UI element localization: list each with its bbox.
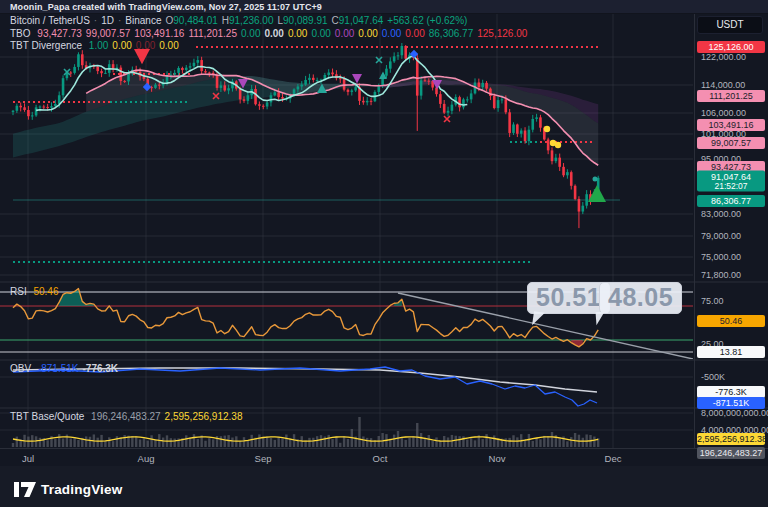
indicator-value: 196,246,483.27	[91, 411, 161, 422]
price-tag-blue: -871.51K	[697, 397, 765, 409]
indicator-value: 0.00	[264, 28, 283, 39]
price-tag-pink: 103,491.16	[697, 119, 765, 131]
ohlc-key: H	[222, 15, 229, 26]
time-axis-label: Oct	[373, 453, 388, 464]
rsi-legend[interactable]: RSI 50.46	[10, 286, 62, 297]
indicator-value: 0.00	[382, 28, 401, 39]
price-scale-label: 114,000.00	[701, 80, 745, 90]
obv-label: OBV	[10, 363, 31, 374]
indicator-value: 0.00	[112, 40, 131, 51]
time-axis-label: Aug	[138, 453, 155, 464]
indicator-value: 0.00	[136, 40, 155, 51]
price-tag-red: 125,126.00	[697, 41, 765, 53]
indicator-value: 0.00	[335, 28, 354, 39]
indicator-value: 125,126.00	[477, 28, 527, 39]
time-axis-label: Dec	[605, 453, 622, 464]
tradingview-logo-icon	[14, 482, 36, 497]
indicator-value: 93,427.73	[37, 28, 82, 39]
tbt-divergence-label: TBT Divergence	[10, 40, 82, 51]
separator: ·	[94, 15, 97, 26]
indicator-value: 111,201.25	[188, 28, 237, 39]
countdown-timer: 21:52:07	[697, 181, 765, 191]
obv-legend[interactable]: OBV -871.51K-776.3K	[10, 363, 122, 374]
price-scale-label: 83,000.00	[701, 209, 741, 219]
indicator-value: 86,306.77	[429, 28, 474, 39]
tbt-divergence-legend[interactable]: TBT Divergence 1.000.000.000.00	[10, 40, 183, 51]
tbo-indicator-legend[interactable]: TBO 93,427.7399,007.57103,491.16111,201.…	[10, 28, 531, 39]
change-value: +563.62 (+0.62%)	[387, 15, 467, 26]
volume-label: TBT Base/Quote	[10, 411, 84, 422]
price-tag-green: 91,047.6421:52:07	[697, 171, 765, 192]
price-scale-label: 79,000.00	[701, 231, 741, 241]
tradingview-logo[interactable]: TradingView	[14, 482, 122, 497]
callout-tail	[596, 312, 606, 326]
separator: ·	[118, 15, 121, 26]
ohlc-value: 90,484.01	[173, 15, 218, 26]
callout-tail	[532, 311, 545, 326]
trendline-value-callout[interactable]: 50.51	[527, 282, 610, 314]
indicator-value: -871.51K	[38, 363, 79, 374]
indicator-value: 2,595,256,912.38	[165, 411, 243, 422]
price-scale-label: 8,000,000,000.00	[701, 408, 768, 418]
chart-canvas[interactable]	[0, 0, 768, 507]
price-tag-white: 13.81	[697, 346, 765, 358]
ohlc-value: 91,047.64	[339, 15, 384, 26]
time-axis[interactable]: JulAugSepOctNovDec	[0, 448, 768, 467]
indicator-value: 0.00	[358, 28, 377, 39]
price-tag-yellow: 2,595,256,912.38	[697, 433, 765, 445]
price-tag-gray: 196,246,483.27	[697, 447, 765, 459]
symbol-title: Bitcoin / TetherUS	[10, 15, 90, 26]
interval: 1D	[101, 15, 114, 26]
indicator-value: 0.00	[288, 28, 307, 39]
ohlc-value: 91,236.00	[229, 15, 274, 26]
ohlc-key: C	[332, 15, 339, 26]
indicator-value: 50.46	[33, 286, 58, 297]
price-scale-label: 122,000.00	[701, 52, 746, 62]
indicator-value: 0.00	[241, 28, 260, 39]
tradingview-chart-window: Moonin_Papa created with TradingView.com…	[0, 0, 768, 507]
indicator-value: 1.00	[89, 40, 108, 51]
rsi-label: RSI	[10, 286, 27, 297]
price-tag-pink: 111,201.25	[697, 90, 765, 102]
volume-legend[interactable]: TBT Base/Quote 196,246,483.272,595,256,9…	[10, 411, 246, 422]
tradingview-logo-text: TradingView	[41, 482, 122, 497]
tbo-levels	[13, 47, 620, 262]
indicator-value: 103,491.16	[134, 28, 184, 39]
time-axis-label: Nov	[489, 453, 506, 464]
price-tag-green: 86,306.77	[697, 195, 765, 207]
indicator-value: 0.00	[159, 40, 178, 51]
currency-toggle-button[interactable]: USDT	[697, 16, 763, 34]
price-scale-label: -500K	[701, 372, 725, 382]
tbo-label: TBO	[10, 28, 31, 39]
price-scale-label: 75.00	[701, 296, 724, 306]
price-scale-label: 71,800.00	[701, 270, 741, 280]
indicator-value: 0.00	[405, 28, 424, 39]
indicator-value: 0.00	[311, 28, 330, 39]
price-scale-label: 106,000.00	[701, 108, 746, 118]
price-scale-label: 75,000.00	[701, 252, 741, 262]
ohlc-value: 90,089.91	[283, 15, 328, 26]
price-tag-pink: 99,007.57	[697, 137, 765, 149]
exchange: Binance	[125, 15, 161, 26]
price-scale[interactable]: 122,000.00114,000.00106,000.00101,000.00…	[694, 14, 768, 448]
time-axis-label: Sep	[255, 453, 272, 464]
trendline-value-callout[interactable]: 48.05	[599, 282, 682, 314]
price-tag-orange: 50.46	[697, 315, 765, 327]
indicator-value: -776.3K	[83, 363, 119, 374]
indicator-value: 99,007.57	[86, 28, 131, 39]
symbol-legend[interactable]: Bitcoin / TetherUS·1D·BinanceO90,484.01H…	[10, 15, 471, 26]
time-axis-label: Jul	[22, 453, 34, 464]
